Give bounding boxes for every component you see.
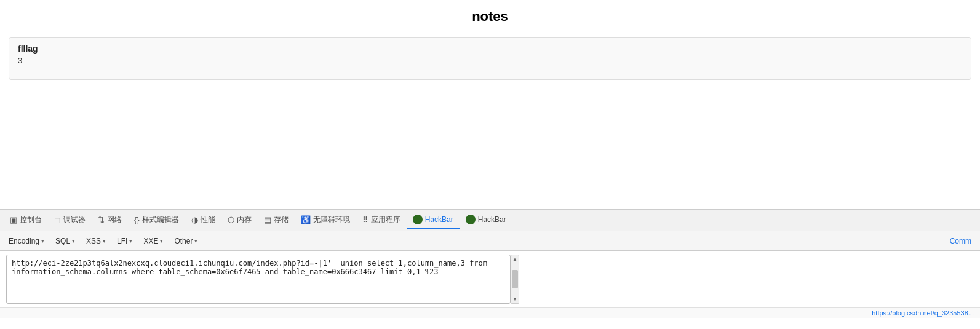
hackbar-toolbar: Encoding ▾ SQL ▾ XSS ▾ LFI ▾ XXE ▾ Other… xyxy=(0,231,980,251)
tab-storage[interactable]: ▤ 存储 xyxy=(258,211,295,230)
tab-hackbar2-label: HackBar xyxy=(478,215,506,224)
main-content: notes flllag 3 xyxy=(0,0,980,209)
other-label: Other xyxy=(174,237,193,245)
storage-icon: ▤ xyxy=(264,215,271,224)
status-link: https://blog.csdn.net/q_3235538... xyxy=(872,309,974,317)
xss-menu[interactable]: XSS ▾ xyxy=(81,235,111,247)
comm-button[interactable]: Comm xyxy=(945,235,976,247)
tab-debugger-label: 调试器 xyxy=(63,215,86,225)
memory-icon: ⬡ xyxy=(228,215,234,224)
sql-label: SQL xyxy=(55,237,70,245)
xxe-arrow-icon: ▾ xyxy=(160,238,163,244)
tab-hackbar1[interactable]: HackBar xyxy=(407,211,460,229)
tab-performance[interactable]: ◑ 性能 xyxy=(185,211,221,230)
performance-icon: ◑ xyxy=(191,215,198,224)
network-icon: ⇅ xyxy=(98,215,105,224)
scroll-up-icon[interactable]: ▲ xyxy=(512,256,517,262)
tab-application-label: 应用程序 xyxy=(371,215,400,225)
tab-console[interactable]: ▣ 控制台 xyxy=(4,211,48,230)
xss-label: XSS xyxy=(86,237,101,245)
hackbar2-dot-icon xyxy=(466,215,476,224)
tab-style-editor-label: 样式编辑器 xyxy=(142,215,179,225)
lfi-arrow-icon: ▾ xyxy=(129,238,132,244)
tab-hackbar1-label: HackBar xyxy=(425,215,453,224)
notes-box-title: flllag xyxy=(18,44,962,54)
scroll-down-icon[interactable]: ▼ xyxy=(512,296,517,302)
status-bar: https://blog.csdn.net/q_3235538... xyxy=(0,307,980,318)
style-editor-icon: {} xyxy=(134,215,140,224)
hackbar-url-input[interactable]: http://eci-2ze21p3tq6alx2nexcxq.cloudeci… xyxy=(6,255,511,304)
debugger-icon: ◻ xyxy=(54,215,61,224)
tab-accessibility[interactable]: ♿ 无障碍环境 xyxy=(295,211,356,230)
tab-network-label: 网络 xyxy=(107,215,122,225)
lfi-label: LFI xyxy=(117,237,127,245)
tab-application[interactable]: ⠿ 应用程序 xyxy=(356,211,407,230)
tab-performance-label: 性能 xyxy=(201,215,215,225)
tab-console-label: 控制台 xyxy=(20,215,42,225)
tab-debugger[interactable]: ◻ 调试器 xyxy=(48,211,92,230)
encoding-arrow-icon: ▾ xyxy=(41,238,44,244)
other-arrow-icon: ▾ xyxy=(194,238,197,244)
tab-accessibility-label: 无障碍环境 xyxy=(313,215,350,225)
other-menu[interactable]: Other ▾ xyxy=(169,235,202,247)
lfi-menu[interactable]: LFI ▾ xyxy=(112,235,137,247)
tab-memory[interactable]: ⬡ 内存 xyxy=(221,211,258,230)
hackbar1-dot-icon xyxy=(413,215,423,224)
xxe-menu[interactable]: XXE ▾ xyxy=(138,235,168,247)
tab-style-editor[interactable]: {} 样式编辑器 xyxy=(128,211,185,230)
encoding-label: Encoding xyxy=(9,237,39,245)
accessibility-icon: ♿ xyxy=(301,215,311,224)
tab-network[interactable]: ⇅ 网络 xyxy=(92,211,128,230)
xxe-label: XXE xyxy=(143,237,158,245)
page-title: notes xyxy=(0,6,980,31)
notes-box-value: 3 xyxy=(18,56,962,65)
tab-memory-label: 内存 xyxy=(237,215,252,225)
application-icon: ⠿ xyxy=(362,215,368,224)
tab-storage-label: 存储 xyxy=(274,215,289,225)
tab-hackbar2[interactable]: HackBar xyxy=(460,211,512,229)
notes-box: flllag 3 xyxy=(9,37,971,80)
encoding-menu[interactable]: Encoding ▾ xyxy=(4,235,49,247)
sql-menu[interactable]: SQL ▾ xyxy=(50,235,80,247)
console-icon: ▣ xyxy=(10,215,17,224)
xss-arrow-icon: ▾ xyxy=(103,238,106,244)
devtools-bar: ▣ 控制台 ◻ 调试器 ⇅ 网络 {} 样式编辑器 ◑ 性能 ⬡ 内存 ▤ 存储… xyxy=(0,209,980,231)
scroll-thumb xyxy=(512,270,518,288)
hackbar-input-area: http://eci-2ze21p3tq6alx2nexcxq.cloudeci… xyxy=(0,251,980,307)
sql-arrow-icon: ▾ xyxy=(72,238,75,244)
hackbar-scrollbar: ▲ ▼ xyxy=(511,255,519,304)
